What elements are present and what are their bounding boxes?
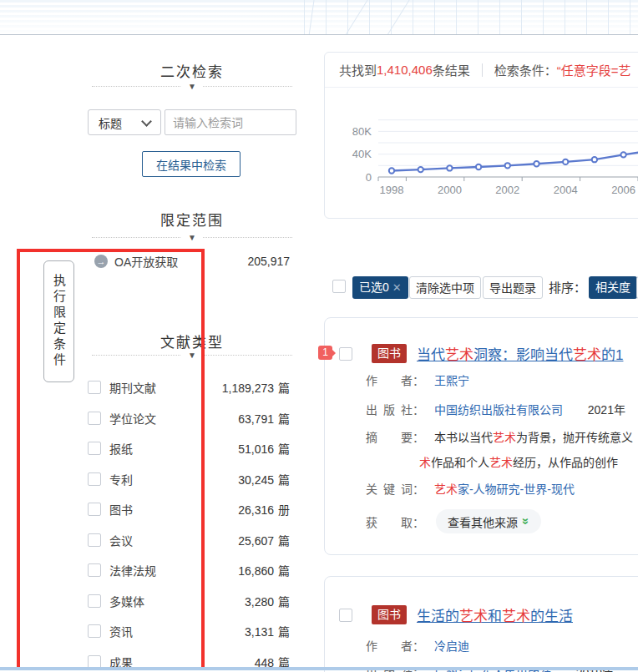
doc-type-badge: 图书 [372, 605, 407, 624]
oa-open-access-label[interactable]: OA开放获取 [114, 253, 178, 270]
sort-label: 排序： [549, 276, 586, 299]
arrow-right-circle-icon: → [94, 255, 108, 268]
doc-type-row: 报纸51,016篇 [88, 433, 290, 464]
svg-text:2000: 2000 [438, 184, 462, 196]
doc-type-count: 3,131篇 [245, 623, 290, 639]
export-citation-button[interactable]: 导出题录 [483, 276, 543, 299]
doc-type-label[interactable]: 报纸 [109, 440, 133, 457]
oa-open-access-count: 205,917 [247, 255, 290, 268]
results-summary-panel: 共找到1,410,406条结果 检索条件： “任意字段=艺 040K80K199… [324, 52, 638, 219]
keywords-row: 关键词： 艺术家-人物研究-世界-现代 [366, 480, 575, 497]
triangle-down-icon: ▼ [181, 80, 203, 93]
author-link[interactable]: 冷启迪 [434, 639, 469, 653]
doc-type-list: 期刊文献1,189,273篇学位论文63,791篇报纸51,016篇专利30,2… [88, 372, 290, 672]
vertical-divider [482, 63, 483, 77]
doc-type-label[interactable]: 期刊文献 [109, 379, 156, 396]
triangle-down-icon: ▼ [181, 231, 203, 245]
doc-type-row: 学位论文63,791篇 [88, 403, 290, 434]
svg-text:2002: 2002 [495, 184, 519, 196]
abstract-label: 摘要 [366, 428, 413, 445]
svg-text:0: 0 [366, 171, 372, 184]
publisher-label: 出版社 [366, 401, 413, 417]
doc-type-badge: 图书 [372, 344, 407, 363]
doc-type-checkbox[interactable] [88, 472, 101, 486]
abstract-row-2: 术作品和个人艺术经历，从作品的创作 [366, 453, 618, 470]
bottom-edge-line [0, 667, 638, 670]
doc-type-checkbox[interactable] [88, 624, 101, 638]
divider-limit-scope: ▼ [92, 237, 292, 238]
author-row: 作者： 冷启迪 [366, 637, 469, 654]
result-count: 1,410,406 [377, 63, 433, 77]
search-in-results-button[interactable]: 在结果中检索 [142, 151, 241, 177]
result-card-1: 1 图书 当代艺术洞察：影响当代艺术的1 作者： 王熙宁 出版社： 中国纺织出版… [324, 317, 638, 555]
close-icon[interactable]: ✕ [392, 281, 402, 294]
select-all-checkbox[interactable] [332, 280, 346, 293]
doc-type-count: 1,189,273篇 [222, 379, 290, 396]
doc-type-checkbox[interactable] [88, 381, 101, 394]
doc-type-label[interactable]: 专利 [109, 471, 133, 488]
triangle-down-icon: ▼ [181, 349, 203, 362]
result-title-link[interactable]: 生活的艺术和艺术的生活 [417, 604, 573, 625]
search-input[interactable] [165, 109, 296, 135]
doc-type-label[interactable]: 学位论文 [109, 410, 156, 427]
result-checkbox[interactable] [339, 347, 352, 361]
site-header-banner [0, 0, 638, 35]
abstract-line1: 本书以当代艺术为背景，抛开传统意义 [434, 431, 633, 444]
sort-relevance-button[interactable]: 相关度 [589, 276, 637, 299]
result-title-link[interactable]: 当代艺术洞察：影响当代艺术的1 [417, 343, 623, 364]
doc-type-count: 63,791篇 [238, 410, 290, 427]
doc-type-checkbox[interactable] [88, 442, 101, 455]
doc-type-row: 图书26,316册 [88, 494, 290, 525]
condition-label: 检索条件： [494, 61, 557, 78]
oa-open-access-row[interactable]: → OA开放获取 205,917 [94, 250, 290, 272]
result-head-row: 图书 当代艺术洞察：影响当代艺术的1 [339, 343, 623, 364]
doc-type-checkbox[interactable] [88, 533, 101, 547]
doc-type-count: 30,245篇 [238, 471, 290, 488]
abstract-line2: 术作品和个人艺术经历，从作品的创作 [419, 456, 618, 469]
doc-type-label[interactable]: 图书 [109, 501, 133, 518]
found-suffix: 条结果 [433, 61, 470, 78]
chevron-down-icon [141, 116, 152, 127]
field-select-value: 标题 [99, 114, 122, 131]
doc-type-label[interactable]: 资讯 [109, 623, 133, 639]
doc-type-checkbox[interactable] [88, 594, 101, 608]
doc-type-count: 26,316册 [238, 501, 290, 518]
svg-text:80K: 80K [352, 125, 372, 138]
divider-doc-type: ▼ [92, 355, 292, 356]
selected-count-button[interactable]: 已选0✕ [352, 276, 408, 299]
clear-selected-button[interactable]: 清除选中项 [409, 276, 481, 299]
limit-scope-title: 限定范围 [58, 209, 326, 230]
author-label: 作者 [366, 637, 413, 654]
found-prefix: 共找到 [339, 61, 377, 78]
banner-building-art [304, 0, 638, 34]
result-checkbox[interactable] [339, 609, 352, 622]
svg-text:1998: 1998 [380, 184, 404, 196]
doc-type-checkbox[interactable] [88, 503, 101, 516]
doc-type-checkbox[interactable] [88, 412, 101, 425]
doc-type-count: 3,280篇 [245, 593, 290, 609]
doc-type-label[interactable]: 多媒体 [109, 593, 144, 609]
double-chevron-down-icon: » [519, 518, 534, 524]
svg-text:2004: 2004 [554, 184, 578, 196]
result-head-row: 图书 生活的艺术和艺术的生活 [339, 604, 573, 625]
execute-limit-tooltip: 执行限定条件 [43, 260, 74, 382]
abstract-row: 摘要： 本书以当代艺术为背景，抛开传统意义 [366, 428, 633, 445]
doc-type-label[interactable]: 法律法规 [109, 562, 156, 579]
view-other-sources-button[interactable]: 查看其他来源 » [436, 509, 541, 533]
author-row: 作者： 王熙宁 [366, 371, 469, 388]
doc-type-label[interactable]: 会议 [109, 532, 133, 548]
publisher-link[interactable]: 中国纺织出版社有限公司 [434, 403, 563, 417]
svg-text:2006: 2006 [611, 184, 635, 196]
result-card-2: 图书 生活的艺术和艺术的生活 作者： 冷启迪 出版社： 广州：广东人民出版社 2… [324, 576, 638, 672]
field-select[interactable]: 标题 [88, 109, 161, 135]
results-summary-row: 共找到1,410,406条结果 检索条件： “任意字段=艺 [325, 53, 638, 88]
keywords-label: 关键词 [366, 480, 413, 497]
doc-type-row: 专利30,245篇 [88, 464, 290, 495]
doc-type-count: 16,860篇 [238, 562, 290, 579]
author-link[interactable]: 王熙宁 [434, 374, 469, 387]
secondary-search-title: 二次检索 [58, 60, 326, 81]
doc-type-count: 25,607篇 [238, 532, 290, 548]
doc-type-checkbox[interactable] [88, 563, 101, 577]
keywords-link[interactable]: 艺术家-人物研究-世界-现代 [434, 483, 575, 496]
doc-type-row: 会议25,607篇 [88, 525, 290, 556]
